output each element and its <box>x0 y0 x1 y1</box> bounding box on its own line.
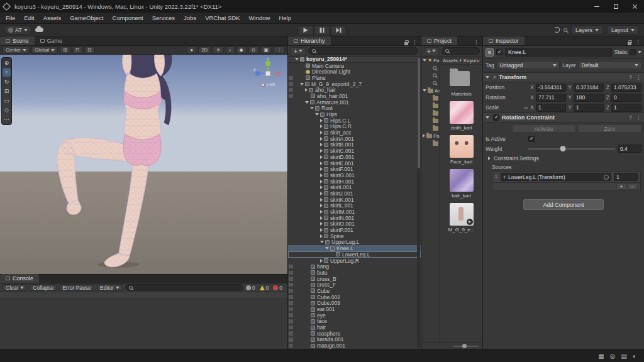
tab-scene[interactable]: Scene <box>0 36 35 45</box>
hierarchy-row-eye[interactable]: eye <box>288 312 421 319</box>
visibility-icon[interactable] <box>289 76 293 80</box>
expand-arrow-icon[interactable] <box>320 155 323 159</box>
expand-arrow-icon[interactable] <box>320 162 323 165</box>
drag-handle-icon[interactable]: ≡ <box>495 174 498 180</box>
expand-arrow-icon[interactable] <box>320 228 323 232</box>
hierarchy-row-ear-001[interactable]: ear.001 <box>288 306 421 312</box>
asset-cloth-kari[interactable]: cloth_kari <box>440 101 482 131</box>
expand-arrow-icon[interactable] <box>320 131 323 134</box>
project-tree-row-fa[interactable]: ★Fa <box>421 57 440 64</box>
pause-button[interactable] <box>314 25 330 35</box>
scene-camera-button[interactable]: ▣ <box>260 47 272 53</box>
hierarchy-search-input[interactable] <box>318 48 414 54</box>
menu-jobs[interactable]: Jobs <box>179 13 201 23</box>
expand-arrow-icon[interactable] <box>325 247 329 250</box>
tab-inspector[interactable]: Inspector <box>483 36 525 45</box>
breadcrumb-root[interactable]: Assets <box>443 58 458 63</box>
hierarchy-row-skirth-001[interactable]: skirtH.001 <box>288 178 421 185</box>
add-component-button[interactable]: Add Component <box>523 199 604 210</box>
console-warning-count[interactable]: 0 <box>260 285 269 291</box>
project-search-input[interactable] <box>451 48 476 54</box>
visibility-icon[interactable] <box>289 295 293 299</box>
visibility-icon[interactable] <box>289 301 293 305</box>
component-menu-icon[interactable]: ⋮ <box>636 114 641 121</box>
layers-dropdown[interactable]: Layers <box>571 25 603 35</box>
expand-arrow-icon[interactable] <box>305 101 309 104</box>
console-search-input[interactable] <box>135 285 240 291</box>
expand-arrow-icon[interactable] <box>320 210 323 214</box>
hierarchy-row-hips-c-l[interactable]: Hips.C.L <box>288 118 421 124</box>
activate-button[interactable]: Activate <box>512 124 576 133</box>
rotation-x-field[interactable]: 77.711 <box>536 94 566 102</box>
expand-arrow-icon[interactable] <box>320 180 323 184</box>
menu-assets[interactable]: Assets <box>39 13 66 23</box>
static-checkbox[interactable] <box>630 49 636 55</box>
hierarchy-row-skirtm-001[interactable]: skirtM.001 <box>288 209 421 215</box>
rotation-z-field[interactable]: 0 <box>611 94 641 102</box>
hierarchy-row-skirtj-001[interactable]: skirtJ.001 <box>288 190 421 197</box>
project-tree-row[interactable] <box>421 117 440 124</box>
hierarchy-row-skirtd-001[interactable]: skirtD.001 <box>288 154 421 160</box>
view-tool[interactable]: ⊕ <box>3 58 11 67</box>
hierarchy-row-matuge-002[interactable]: matuge.002 <box>288 349 421 349</box>
tag-dropdown[interactable]: Untagged <box>497 61 560 69</box>
project-tree-row[interactable] <box>421 140 440 147</box>
scene-viewport-render[interactable] <box>0 55 287 274</box>
hierarchy-row-face[interactable]: face <box>288 319 421 325</box>
expand-arrow-icon[interactable] <box>320 137 323 141</box>
hierarchy-row-karada-001[interactable]: karada.001 <box>288 337 421 343</box>
expand-arrow-icon[interactable] <box>320 124 323 128</box>
menu-services[interactable]: Services <box>148 13 179 23</box>
panel-menu-icon[interactable]: ⋮ <box>635 40 641 45</box>
scene-viewport[interactable]: ⊕+↻⊡▭◇⋯ y z <box>0 55 287 274</box>
notifications-icon[interactable]: ◎ <box>610 353 616 359</box>
snap-magnet-button[interactable]: ⊓ <box>72 47 82 53</box>
hierarchy-create-button[interactable]: + <box>291 47 306 55</box>
scale-z-field[interactable]: 1 <box>611 104 641 112</box>
hierarchy-row-aho-hair-001[interactable]: aho_hair.001 <box>288 93 421 99</box>
hierarchy-row-hips-c-r[interactable]: Hips.C.R <box>288 124 421 130</box>
hierarchy-row-skirta-001[interactable]: skirtA.001 <box>288 136 421 142</box>
expand-arrow-icon[interactable] <box>320 119 323 123</box>
hierarchy-row-spine[interactable]: Spine <box>288 233 421 239</box>
visibility-icon[interactable] <box>289 344 293 348</box>
expand-arrow-icon[interactable] <box>320 198 323 202</box>
hierarchy-row-armature-001[interactable]: Armature.001 <box>288 99 421 106</box>
add-source-button[interactable]: + <box>616 184 626 190</box>
orientation-gizmo[interactable]: y z Left <box>252 56 284 87</box>
transform-component-header[interactable]: + Transform ?⋮ <box>483 72 644 82</box>
hierarchy-row-koyuru-250914[interactable]: koyuru_250914* <box>288 57 421 63</box>
is-active-checkbox[interactable] <box>528 136 535 142</box>
console-error-count[interactable]: 0 <box>273 285 282 291</box>
hierarchy-row-skirtb-001[interactable]: skirtB.001 <box>288 142 421 148</box>
hierarchy-search-field[interactable] <box>308 47 418 55</box>
gizmo-x-axis[interactable] <box>276 72 280 76</box>
hierarchy-row-hips[interactable]: Hips <box>288 111 421 118</box>
visibility-icon[interactable] <box>289 265 293 269</box>
play-button[interactable] <box>298 25 314 35</box>
asset-face-kari[interactable]: Face_kari <box>440 135 482 165</box>
foldout-icon[interactable] <box>486 116 489 119</box>
hierarchy-row-skirtf-001[interactable]: skirtF.001 <box>288 166 421 172</box>
visibility-icon[interactable] <box>289 94 293 99</box>
scale-link-icon[interactable]: ∞ <box>523 105 528 111</box>
hierarchy-row-skirtl-001[interactable]: skirtL.001 <box>288 203 421 209</box>
weight-slider[interactable] <box>528 148 615 150</box>
project-tree-row[interactable] <box>421 64 440 72</box>
expand-arrow-icon[interactable] <box>320 173 323 177</box>
hierarchy-row-cross-f[interactable]: cross_F <box>288 282 421 288</box>
menu-vrchat-sdk[interactable]: VRChat SDK <box>201 13 244 23</box>
hierarchy-row-root[interactable]: Root <box>288 106 421 112</box>
hierarchy-row-main-camera[interactable]: Main Camera <box>288 63 421 69</box>
expand-arrow-icon[interactable] <box>310 107 314 109</box>
hierarchy-row-skirtc-001[interactable]: skirtC.001 <box>288 148 421 154</box>
source-weight-field[interactable]: 1 <box>614 173 638 181</box>
tab-hierarchy[interactable]: Hierarchy <box>288 36 331 45</box>
breadcrumb-current[interactable]: Koyuru <box>464 58 479 63</box>
step-button[interactable] <box>331 25 347 35</box>
hierarchy-row-skirt-acc[interactable]: skirt_acc <box>288 129 421 136</box>
snap-increment-button[interactable]: ⊟ <box>84 47 95 53</box>
scene-lighting-button[interactable]: ☀ <box>213 47 223 53</box>
console-status-icon[interactable]: ▤ <box>621 353 627 359</box>
view-2d-button[interactable]: 2D <box>198 47 211 53</box>
